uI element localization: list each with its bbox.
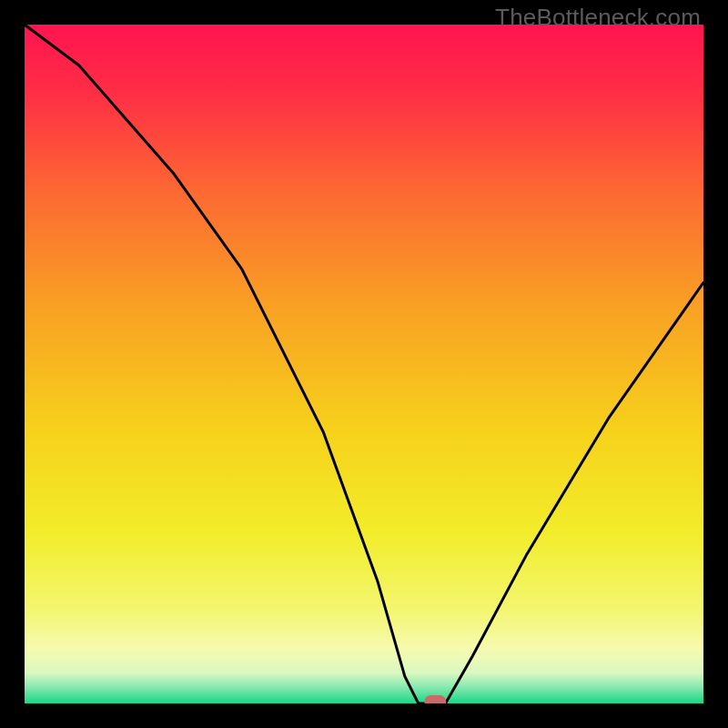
chart-frame: TheBottleneck.com [0, 0, 728, 728]
plot-area [25, 25, 703, 703]
watermark-text: TheBottleneck.com [495, 4, 701, 32]
gradient-background [25, 25, 703, 703]
chart-svg [25, 25, 703, 703]
optimal-marker [424, 695, 446, 703]
